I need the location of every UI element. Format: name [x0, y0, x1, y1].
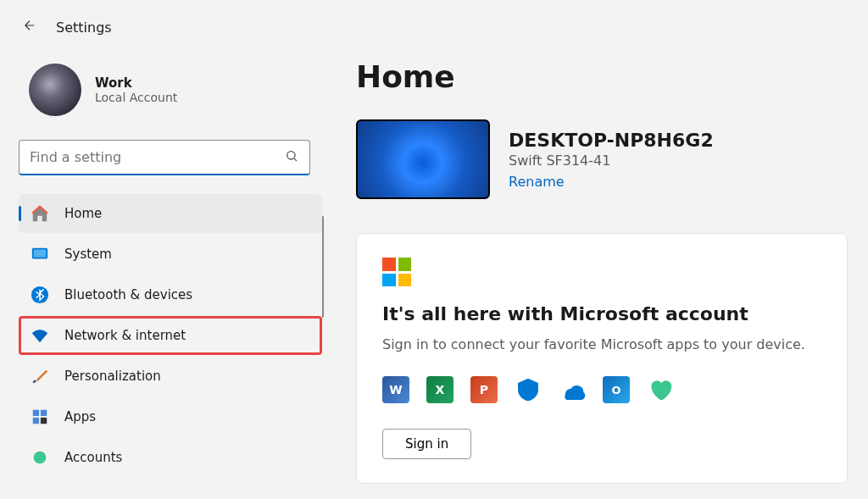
sidebar: Work Local Account Home System Bluetooth — [0, 47, 331, 467]
header: Settings — [0, 0, 868, 37]
search-box — [19, 140, 310, 175]
microsoft-logo-icon — [382, 258, 411, 286]
device-section: DESKTOP-NP8H6G2 Swift SF314-41 Rename — [356, 119, 868, 199]
sidebar-item-network[interactable]: Network & internet — [19, 316, 322, 355]
onedrive-icon — [559, 376, 586, 403]
sidebar-item-bluetooth[interactable]: Bluetooth & devices — [19, 275, 322, 314]
powerpoint-icon: P — [470, 376, 498, 403]
account-name: Work — [95, 75, 177, 91]
family-icon — [647, 376, 674, 403]
wifi-icon — [31, 326, 49, 345]
system-icon — [31, 245, 49, 263]
ms-card-title: It's all here with Microsoft account — [382, 303, 821, 324]
outlook-icon: O — [603, 376, 630, 403]
excel-icon: X — [426, 376, 453, 403]
device-model: Swift SF314-41 — [509, 152, 714, 169]
sidebar-item-accounts[interactable]: Accounts — [19, 438, 322, 467]
sidebar-scrollbar-thumb[interactable] — [322, 216, 324, 318]
account-type: Local Account — [95, 91, 177, 104]
signin-button[interactable]: Sign in — [382, 429, 471, 459]
svg-rect-7 — [41, 418, 47, 424]
apps-icon — [31, 408, 49, 426]
home-icon — [31, 204, 49, 223]
device-name: DESKTOP-NP8H6G2 — [509, 130, 714, 151]
sidebar-item-label: Network & internet — [64, 328, 186, 343]
word-icon: W — [382, 376, 409, 403]
rename-link[interactable]: Rename — [509, 174, 714, 190]
svg-point-8 — [34, 452, 47, 464]
sidebar-item-system[interactable]: System — [19, 235, 322, 274]
sidebar-item-label: Home — [64, 206, 102, 221]
defender-icon — [515, 376, 542, 403]
back-arrow-icon[interactable] — [22, 17, 37, 37]
accounts-icon — [31, 448, 49, 467]
sidebar-item-label: Accounts — [64, 450, 122, 465]
svg-rect-2 — [34, 250, 47, 258]
brush-icon — [31, 367, 49, 385]
ms-card-description: Sign in to connect your favorite Microso… — [382, 336, 821, 352]
app-icons-row: W X P O — [382, 376, 821, 403]
avatar — [29, 64, 81, 116]
sidebar-item-label: Apps — [64, 409, 96, 424]
sidebar-item-label: Personalization — [64, 369, 161, 384]
device-thumbnail — [356, 119, 490, 199]
sidebar-item-apps[interactable]: Apps — [19, 397, 322, 436]
sidebar-item-label: System — [64, 247, 112, 262]
sidebar-scrollbar-track[interactable] — [323, 47, 328, 467]
sidebar-item-personalization[interactable]: Personalization — [19, 357, 322, 396]
content: Home DESKTOP-NP8H6G2 Swift SF314-41 Rena… — [356, 59, 868, 499]
sidebar-item-home[interactable]: Home — [19, 194, 322, 233]
svg-rect-6 — [33, 418, 39, 424]
page-title: Home — [356, 59, 868, 94]
svg-rect-4 — [33, 410, 39, 416]
sidebar-item-label: Bluetooth & devices — [64, 287, 192, 302]
nav-list: Home System Bluetooth & devices Network … — [19, 194, 322, 467]
header-title: Settings — [56, 19, 112, 36]
svg-rect-5 — [41, 410, 47, 416]
account-section[interactable]: Work Local Account — [29, 64, 322, 116]
microsoft-account-card: It's all here with Microsoft account Sig… — [356, 233, 848, 484]
search-input[interactable] — [19, 140, 310, 175]
bluetooth-icon — [31, 286, 49, 304]
